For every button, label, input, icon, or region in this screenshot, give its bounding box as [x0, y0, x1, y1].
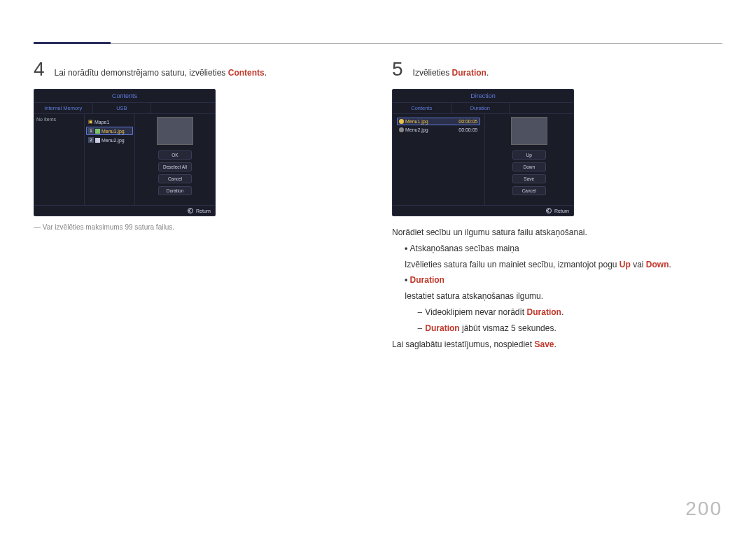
sc2-col-duration: Duration [451, 103, 510, 113]
prose-l2: Atskaņošanas secības maiņa [410, 244, 519, 253]
l6-pre: Videoklipiem nevar norādīt [425, 307, 526, 317]
sc1-mid-panel: ▣ Mape1 1 Menu1.jpg 2 Menu2.jpg [85, 114, 135, 205]
step4-footnote-text: Var izvēlēties maksimums 99 satura failu… [43, 223, 174, 231]
page: 4 Lai norādītu demonstrējamo saturu, izv… [0, 0, 756, 352]
deselect-button[interactable]: Deselect All [158, 162, 192, 171]
sc1-col-internal: Internal Memory [34, 103, 92, 113]
sc2-file2[interactable]: Menu2.jpg 00:00:05 [397, 126, 480, 134]
duration-button[interactable]: Duration [158, 186, 192, 195]
sc2-file1-dur: 00:00:05 [458, 119, 477, 124]
contents-screenshot: Contents Internal Memory USB No Items ▣ … [34, 89, 216, 216]
preview-thumbnail [511, 117, 547, 145]
up-button[interactable]: Up [512, 150, 546, 160]
l6-post: . [561, 307, 564, 317]
column-right: 5 Izvēlieties Duration. Direction Conten… [392, 59, 722, 352]
disc-icon [399, 127, 404, 132]
down-button[interactable]: Down [512, 162, 546, 171]
prose-l3: Izvēlieties satura failu un mainiet secī… [405, 257, 722, 273]
l3-mid: vai [631, 260, 646, 269]
sc1-file2[interactable]: 2 Menu2.jpg [86, 136, 133, 144]
sc2-col-contents: Contents [393, 103, 451, 113]
sc1-col-usb: USB [92, 103, 151, 113]
sc2-file2-dur: 00:00:05 [458, 127, 477, 132]
sc1-file1-label: Menu1.jpg [102, 129, 125, 134]
step4-row: 4 Lai norādītu demonstrējamo saturu, izv… [34, 59, 364, 79]
l3-pre: Izvēlieties satura failu un mainiet secī… [405, 260, 620, 269]
sc1-return[interactable]: Return [196, 209, 211, 213]
l3-down: Down [646, 260, 669, 269]
sc2-file2-label: Menu2.jpg [405, 127, 457, 132]
sc1-file2-idx: 2 [88, 137, 94, 143]
sc1-folder[interactable]: ▣ Mape1 [86, 118, 133, 126]
cancel-button[interactable]: Cancel [158, 174, 192, 183]
l3-post: . [669, 260, 671, 269]
step5-row: 5 Izvēlieties Duration. [392, 59, 722, 79]
return-icon [546, 208, 552, 213]
prose-l2-bullet: Atskaņošanas secības maiņa [405, 241, 722, 257]
direction-screenshot: Direction Contents Duration Menu1.jpg 00… [392, 89, 574, 216]
step5-text: Izvēlieties Duration. [413, 66, 489, 79]
sc1-body: No Items ▣ Mape1 1 Menu1.jpg [34, 114, 215, 205]
sc2-list: Menu1.jpg 00:00:05 Menu2.jpg 00:00:05 [393, 114, 485, 205]
sc2-col-blank [509, 103, 573, 113]
l8-pre: Lai saglabātu iestatījumus, nospiediet [392, 339, 534, 349]
sc2-return[interactable]: Return [554, 209, 569, 213]
prose-l5: Iestatiet satura atskaņošanas ilgumu. [405, 288, 722, 304]
ok-button[interactable]: OK [158, 150, 192, 160]
sc2-file1-label: Menu1.jpg [405, 119, 457, 124]
checkbox-icon [95, 138, 100, 143]
step5-number: 5 [392, 59, 403, 79]
sc2-header: Contents Duration [393, 103, 573, 114]
sc2-title: Direction [393, 90, 573, 103]
sc1-col-blank [150, 103, 215, 113]
prose-l7: Duration jābūt vismaz 5 sekundes. [417, 321, 722, 337]
disc-icon [399, 119, 404, 124]
step5-post: . [486, 68, 489, 78]
folder-icon: ▣ [88, 119, 93, 125]
step4-post: . [265, 68, 267, 78]
step5-accent: Duration [452, 68, 486, 78]
l7-acc: Duration [425, 323, 459, 333]
prose-l1: Norādiet secību un ilgumu satura failu a… [392, 225, 722, 241]
sc2-file1[interactable]: Menu1.jpg 00:00:05 [397, 118, 480, 125]
sc2-footer: Return [393, 205, 573, 216]
sc1-left-panel: No Items [34, 114, 85, 205]
step5-pre: Izvēlieties [413, 68, 452, 78]
save-button[interactable]: Save [512, 174, 546, 183]
divider-thin [111, 43, 722, 44]
l8-post: . [554, 339, 556, 349]
step4-pre: Lai norādītu demonstrējamo saturu, izvēl… [55, 68, 228, 78]
sc2-body: Menu1.jpg 00:00:05 Menu2.jpg 00:00:05 Up… [393, 114, 573, 205]
step4-footnote: Var izvēlēties maksimums 99 satura failu… [34, 223, 364, 231]
step4-accent: Contents [228, 68, 265, 78]
sc1-header: Internal Memory USB [34, 103, 215, 114]
prose-l8: Lai saglabātu iestatījumus, nospiediet S… [392, 337, 722, 353]
sc1-footer: Return [34, 205, 215, 216]
sc1-file1-idx: 1 [88, 128, 94, 134]
step4-text: Lai norādītu demonstrējamo saturu, izvēl… [55, 66, 267, 79]
sc1-title: Contents [34, 90, 215, 103]
sc1-folder-label: Mape1 [94, 120, 109, 125]
cancel-button[interactable]: Cancel [512, 186, 546, 195]
column-left: 4 Lai norādītu demonstrējamo saturu, izv… [34, 59, 364, 352]
prose-l6: Videoklipiem nevar norādīt Duration. [417, 304, 722, 321]
step4-number: 4 [34, 59, 45, 79]
step5-prose: Norādiet secību un ilgumu satura failu a… [392, 225, 722, 352]
page-number: 200 [685, 498, 722, 520]
sc1-file1[interactable]: 1 Menu1.jpg [86, 127, 133, 135]
return-icon [188, 208, 193, 213]
sc1-no-items: No Items [36, 117, 82, 122]
l6-acc: Duration [527, 307, 561, 317]
divider-thick [34, 42, 111, 44]
sc2-right-panel: Up Down Save Cancel [485, 114, 574, 205]
l7-post: jābūt vismaz 5 sekundes. [460, 323, 556, 333]
prose-l4: Duration [410, 275, 444, 285]
l3-up: Up [620, 260, 631, 269]
prose-l4-bullet: Duration [405, 272, 722, 288]
checkbox-icon [95, 129, 100, 134]
l8-acc: Save [534, 339, 554, 349]
sc1-file2-label: Menu2.jpg [102, 138, 125, 143]
columns: 4 Lai norādītu demonstrējamo saturu, izv… [34, 59, 722, 352]
header-divider [34, 42, 722, 44]
sc1-right-panel: OK Deselect All Cancel Duration [135, 114, 215, 205]
